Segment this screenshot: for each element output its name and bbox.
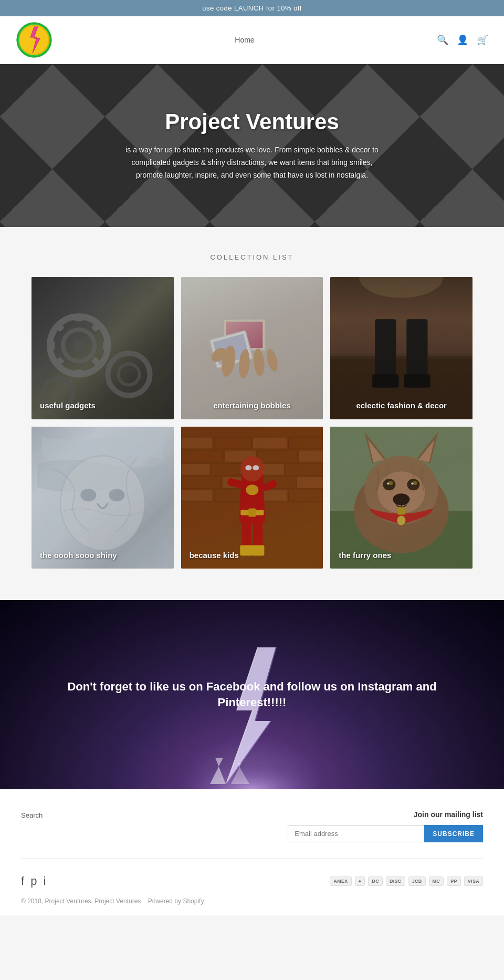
payment-discover: DISC [386, 876, 405, 886]
subscribe-form: SUBSCRIBE [288, 825, 483, 842]
collection-label-bobbles: entertaining bobbles [181, 392, 323, 419]
social-icons: f p i [21, 874, 46, 888]
collection-label-kids: because kids [181, 542, 247, 569]
facebook-icon[interactable]: f [21, 874, 24, 888]
email-input[interactable] [288, 825, 424, 842]
hero-description: is a way for us to share the products we… [121, 144, 383, 181]
social-text: Don't forget to like us on Facebook and … [32, 679, 472, 711]
hero-title: Project Ventures [121, 109, 383, 135]
payment-jcb: JCB [408, 876, 426, 886]
svg-point-91 [178, 747, 326, 789]
collection-item-fashion[interactable]: eclectic fashion & decor [330, 277, 472, 419]
store-link[interactable]: Project Ventures [94, 898, 141, 905]
payment-visa: VISA [464, 876, 483, 886]
hero-section: Project Ventures is a way for us to shar… [0, 64, 504, 227]
collection-item-kids[interactable]: because kids [181, 427, 323, 569]
collection-section-title: COLLECTION LIST [16, 253, 488, 261]
powered-by-link[interactable]: Powered by Shopify [148, 898, 204, 905]
main-nav: Home [235, 36, 254, 44]
collection-label-fashion: eclectic fashion & decor [330, 392, 472, 419]
instagram-icon[interactable]: i [43, 874, 46, 888]
announcement-bar: use code LAUNCH for 10% off [0, 0, 504, 16]
footer: Search Join our mailing list SUBSCRIBE f… [0, 789, 504, 915]
payment-icons: AMEX ● DC DISC JCB MC PP VISA [330, 876, 483, 886]
collection-item-furry[interactable]: the furry ones [330, 427, 472, 569]
footer-bottom: f p i AMEX ● DC DISC JCB MC PP VISA © 20… [21, 874, 483, 905]
collection-item-bobbles[interactable]: entertaining bobbles [181, 277, 323, 419]
footer-links: Search [21, 810, 43, 820]
collection-label-gadgets: useful gadgets [32, 392, 104, 419]
nav-home[interactable]: Home [235, 36, 254, 44]
mailing-title: Join our mailing list [288, 810, 483, 819]
collection-item-shiny[interactable]: the oooh sooo shiny [32, 427, 174, 569]
copyright-text: © 2018, Project Ventures [21, 898, 91, 905]
collection-label-furry: the furry ones [330, 542, 400, 569]
collection-item-gadgets[interactable]: useful gadgets [32, 277, 174, 419]
social-content: Don't forget to like us on Facebook and … [0, 668, 504, 722]
cart-icon[interactable]: 🛒 [477, 34, 488, 46]
collection-grid: useful gadgets [32, 277, 472, 569]
payment-paypal: PP [447, 876, 461, 886]
footer-top: Search Join our mailing list SUBSCRIBE [21, 810, 483, 859]
header: Home 🔍 👤 🛒 [0, 16, 504, 64]
social-section: Don't forget to like us on Facebook and … [0, 600, 504, 789]
search-icon[interactable]: 🔍 [437, 34, 448, 46]
footer-social-row: f p i AMEX ● DC DISC JCB MC PP VISA [21, 874, 483, 888]
payment-amex: AMEX [330, 876, 351, 886]
footer-mailing: Join our mailing list SUBSCRIBE [288, 810, 483, 842]
announcement-text: use code LAUNCH for 10% off [202, 4, 302, 12]
footer-search-link[interactable]: Search [21, 811, 43, 819]
collection-section: COLLECTION LIST [0, 227, 504, 600]
pinterest-icon[interactable]: p [30, 874, 37, 888]
payment-diners: DC [368, 876, 383, 886]
header-icons: 🔍 👤 🛒 [437, 34, 488, 46]
footer-copyright-row: © 2018, Project Ventures, Project Ventur… [21, 898, 483, 905]
account-icon[interactable]: 👤 [457, 34, 468, 46]
logo[interactable] [16, 22, 52, 58]
subscribe-button[interactable]: SUBSCRIBE [424, 825, 483, 842]
collection-label-shiny: the oooh sooo shiny [32, 542, 125, 569]
hero-content: Project Ventures is a way for us to shar… [89, 99, 415, 192]
payment-master: MC [429, 876, 444, 886]
payment-apple: ● [355, 876, 365, 886]
